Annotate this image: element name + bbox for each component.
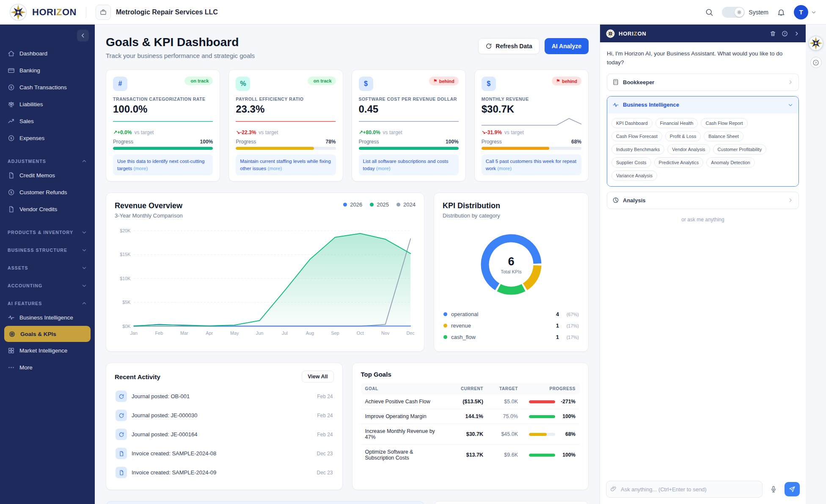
goal-row[interactable]: Improve Operating Margin 144.1% 75.0% 10…: [361, 409, 580, 424]
chevron-up-icon: [81, 300, 87, 306]
bi-chip[interactable]: Cash Flow Forecast: [611, 131, 662, 141]
kpi-name: MONTHLY REVENUE: [482, 96, 581, 102]
bi-chip[interactable]: Cash Flow Report: [701, 118, 747, 128]
activity-row[interactable]: Invoice created: SAMPLE-2024-09 Dec 23: [115, 463, 334, 482]
sidebar-adjustments-nav: Credit Memos $ Customer Refunds Vendor C…: [0, 167, 95, 218]
sidebar-item-icon: $: [8, 135, 15, 142]
status-badge: on track: [184, 77, 213, 85]
chevron-down-icon[interactable]: [811, 9, 817, 15]
kpi-value: $30.7K: [482, 103, 581, 115]
distribution-legend: operational 4 (67%) revenue 1 (17%): [443, 308, 580, 343]
theme-toggle[interactable]: [722, 7, 745, 18]
revenue-legend: 2026 2025 2024: [343, 201, 416, 208]
goal-row[interactable]: Achieve Positive Cash Flow ($13.5K) $5.0…: [361, 394, 580, 409]
attachment-icon[interactable]: [610, 485, 617, 492]
bi-chip[interactable]: Anomaly Detection: [706, 157, 754, 168]
bi-chip[interactable]: Financial Health: [655, 118, 698, 128]
activity-icon: [118, 470, 124, 476]
horizon-logo-icon: [606, 29, 615, 38]
activity-row[interactable]: Journal posted: JE-000030 Feb 24: [115, 406, 334, 425]
more-link[interactable]: (more): [497, 166, 512, 171]
activity-icon: [118, 413, 124, 419]
revenue-overview-card: Revenue Overview 3-Year Monthly Comparis…: [106, 193, 424, 352]
goal-row[interactable]: Optimize Software & Subscription Costs $…: [361, 445, 580, 465]
brand-wordmark: HORIZON: [32, 7, 77, 18]
sidebar-section-business-structure[interactable]: BUSINESS STRUCTURE: [0, 247, 95, 253]
distribution-subtitle: Distribution by category: [443, 212, 580, 219]
kpi-icon: $: [359, 77, 373, 91]
refresh-data-button[interactable]: Refresh Data: [478, 38, 539, 54]
goal-row[interactable]: Increase Monthly Revenue by 47% $30.7K $…: [361, 424, 580, 445]
clear-chat-trash-icon[interactable]: [770, 30, 776, 37]
analysis-option[interactable]: Analysis: [607, 192, 799, 209]
bi-chip[interactable]: Balance Sheet: [704, 131, 743, 141]
sidebar-item[interactable]: $ Customer Refunds: [0, 184, 95, 201]
bookkeeper-option[interactable]: Bookkeeper: [607, 74, 799, 91]
sidebar-section-adjustments[interactable]: ADJUSTMENTS: [0, 158, 95, 164]
sidebar-item[interactable]: Sales: [0, 113, 95, 129]
bi-chip[interactable]: Variance Analysis: [611, 171, 657, 181]
activity-row[interactable]: Journal posted: JE-000164 Feb 24: [115, 425, 334, 444]
status-badge: ⚑behind: [552, 77, 581, 85]
ai-chat-input[interactable]: [606, 481, 763, 498]
help-fab[interactable]: ?: [810, 57, 822, 68]
sidebar-item[interactable]: Market Intelligence: [0, 342, 95, 359]
sidebar-item[interactable]: Dashboard: [0, 45, 95, 62]
voice-input-button[interactable]: [766, 482, 781, 496]
sidebar-section-accounting[interactable]: ACCOUNTING: [0, 283, 95, 289]
bi-chip[interactable]: Vendor Analysis: [667, 144, 710, 154]
horizon-compass-fab[interactable]: [808, 36, 823, 51]
sidebar-item[interactable]: Banking: [0, 62, 95, 79]
ai-input-bar: [600, 475, 806, 504]
sidebar-section-products-inventory[interactable]: PRODUCTS & INVENTORY: [0, 229, 95, 235]
svg-text:Jan: Jan: [130, 330, 138, 336]
svg-text:May: May: [230, 330, 239, 336]
bi-chip[interactable]: Predictive Analytics: [654, 157, 704, 168]
svg-text:Jul: Jul: [282, 330, 288, 336]
bi-chip[interactable]: Supplier Costs: [611, 157, 651, 168]
search-icon[interactable]: [705, 8, 713, 17]
kpi-delta: ↘-31.9% vs target: [482, 129, 581, 135]
sidebar-item[interactable]: Liabilities: [0, 96, 95, 113]
bi-chip[interactable]: Industry Benchmarks: [611, 144, 664, 154]
sidebar-item[interactable]: $ Cash Transactions: [0, 79, 95, 96]
notifications-bell-icon[interactable]: [777, 8, 785, 17]
company-switcher-button[interactable]: [96, 5, 111, 20]
bi-chip[interactable]: Profit & Loss: [665, 131, 701, 141]
more-link[interactable]: (more): [133, 166, 148, 171]
svg-text:Jun: Jun: [256, 330, 264, 336]
more-link[interactable]: (more): [376, 166, 391, 171]
sidebar-item[interactable]: Goals & KPIs: [4, 326, 91, 342]
main-content: Goals & KPI Dashboard Track your busines…: [95, 25, 600, 504]
sidebar-item[interactable]: $ Expenses: [0, 129, 95, 146]
collapse-panel-icon[interactable]: [793, 30, 800, 37]
sidebar-section-ai-features[interactable]: AI FEATURES: [0, 300, 95, 306]
svg-text:$10K: $10K: [120, 276, 131, 281]
avatar[interactable]: T: [794, 5, 808, 19]
activity-row[interactable]: Journal posted: OB-001 Feb 24: [115, 387, 334, 406]
sidebar-item[interactable]: Credit Memos: [0, 167, 95, 184]
sidebar-item-icon: $: [8, 84, 15, 91]
help-icon[interactable]: ?: [782, 30, 788, 37]
chevron-up-icon: [81, 158, 87, 164]
bi-chip[interactable]: KPI Dashboard: [611, 118, 653, 128]
sidebar-item-more[interactable]: More: [0, 359, 95, 376]
more-link[interactable]: (more): [267, 166, 282, 171]
ai-greeting: Hi, I'm Horizon AI, your Business Assist…: [607, 50, 785, 67]
view-all-button[interactable]: View All: [302, 371, 333, 383]
business-intelligence-option[interactable]: Business Intelligence: [607, 96, 798, 113]
sidebar-item[interactable]: Vendor Credits: [0, 201, 95, 218]
ai-analyze-button[interactable]: AI Analyze: [545, 38, 589, 54]
bi-chip[interactable]: Customer Profitability: [713, 144, 767, 154]
bi-chips: KPI Dashboard Financial Health Cash Flow…: [607, 113, 798, 186]
goals-table-body: Achieve Positive Cash Flow ($13.5K) $5.0…: [361, 394, 580, 465]
kpi-card: # on track TRANSACTION CATEGORIZATION RA…: [106, 69, 220, 182]
sidebar-item[interactable]: Business Intelligence: [0, 309, 95, 326]
goal-progress-bar: [529, 454, 555, 457]
send-button[interactable]: [785, 482, 800, 496]
sidebar-collapse-button[interactable]: [77, 30, 89, 41]
activity-row[interactable]: Invoice created: SAMPLE-2024-08 Dec 23: [115, 444, 334, 463]
kpi-progress-labels: Progress 78%: [236, 139, 336, 145]
sidebar-section-assets[interactable]: ASSETS: [0, 265, 95, 271]
kpi-name: PAYROLL EFFICIENCY RATIO: [236, 96, 336, 102]
